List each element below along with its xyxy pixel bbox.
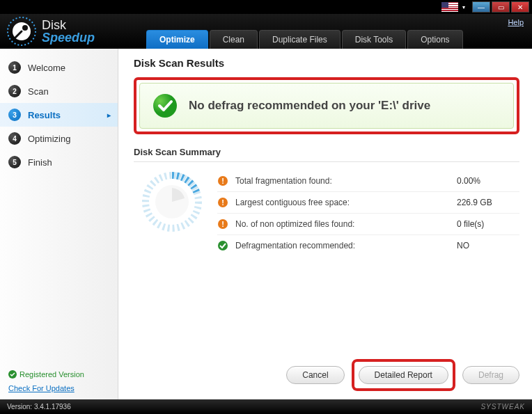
tab-optimize[interactable]: Optimize xyxy=(146,30,208,49)
step-number-icon: 3 xyxy=(8,109,21,121)
tab-clean[interactable]: Clean xyxy=(210,30,258,49)
titlebar: ▾ — ▭ ✕ xyxy=(0,0,532,14)
defrag-button[interactable]: Defrag xyxy=(462,366,519,384)
sidebar: 1 Welcome 2 Scan 3 Results 4 Optimizing … xyxy=(0,49,118,399)
tab-duplicate-files[interactable]: Duplicate Files xyxy=(259,30,341,49)
logo-text-line1: Disk xyxy=(42,19,95,31)
sidebar-step-optimizing[interactable]: 4 Optimizing xyxy=(0,127,118,150)
warning-icon: ! xyxy=(217,218,228,230)
step-number-icon: 5 xyxy=(8,156,21,168)
result-banner: No defrag recommended on your 'E:\' driv… xyxy=(139,83,514,129)
svg-text:!: ! xyxy=(221,198,224,207)
summary-row: Defragmentation recommended: NO xyxy=(217,235,519,256)
gauge-logo-icon xyxy=(7,17,36,46)
step-label: Optimizing xyxy=(28,134,70,144)
step-number-icon: 4 xyxy=(8,132,21,145)
page-title: Disk Scan Results xyxy=(134,57,519,69)
result-banner-highlight: No defrag recommended on your 'E:\' driv… xyxy=(134,77,519,134)
summary-label: Total fragmentation found: xyxy=(235,176,450,186)
logo-text-line2: Speedup xyxy=(42,31,95,44)
warning-icon: ! xyxy=(217,175,228,186)
check-icon xyxy=(8,370,17,379)
success-check-icon xyxy=(152,93,178,118)
close-button[interactable]: ✕ xyxy=(511,1,529,13)
sidebar-step-finish[interactable]: 5 Finish xyxy=(0,150,118,174)
step-number-icon: 1 xyxy=(8,61,21,74)
step-label: Results xyxy=(28,110,61,120)
statusbar: Version: 3.4.1.17936 SYSTWEAK xyxy=(0,399,532,414)
summary-section: Disk Scan Summary ! Total fragmentation … xyxy=(134,147,519,256)
svg-text:!: ! xyxy=(221,177,224,185)
sidebar-step-scan[interactable]: 2 Scan xyxy=(0,79,118,103)
tab-options[interactable]: Options xyxy=(407,30,462,49)
summary-row: ! Largest contiguous free space: 226.9 G… xyxy=(217,192,519,214)
registered-status: Registered Version xyxy=(8,370,109,379)
svg-point-13 xyxy=(218,241,228,250)
svg-point-4 xyxy=(153,94,177,118)
maximize-button[interactable]: ▭ xyxy=(492,1,510,13)
language-flag-icon[interactable] xyxy=(441,2,458,12)
help-link[interactable]: Help xyxy=(508,18,524,26)
sidebar-step-welcome[interactable]: 1 Welcome xyxy=(0,56,118,79)
summary-label: No. of non optimized files found: xyxy=(235,219,450,229)
main-tabs: Optimize Clean Duplicate Files Disk Tool… xyxy=(146,30,464,49)
summary-row: ! Total fragmentation found: 0.00% xyxy=(217,170,519,192)
detailed-report-button[interactable]: Detailed Report xyxy=(359,366,448,384)
svg-text:!: ! xyxy=(221,220,224,228)
summary-title: Disk Scan Summary xyxy=(134,147,519,162)
summary-label: Defragmentation recommended: xyxy=(235,241,450,250)
summary-label: Largest contiguous free space: xyxy=(235,198,450,207)
version-label: Version: 3.4.1.17936 xyxy=(7,403,71,411)
cancel-button[interactable]: Cancel xyxy=(286,366,344,384)
warning-icon: ! xyxy=(217,197,228,208)
check-updates-link[interactable]: Check For Updates xyxy=(8,384,109,392)
summary-row: ! No. of non optimized files found: 0 fi… xyxy=(217,214,519,235)
sidebar-step-results[interactable]: 3 Results xyxy=(0,103,118,127)
detailed-report-highlight: Detailed Report xyxy=(352,359,455,391)
summary-value: NO xyxy=(457,241,519,250)
disk-gauge-icon xyxy=(141,170,203,233)
app-logo: Disk Speedup xyxy=(7,17,95,46)
step-label: Welcome xyxy=(28,63,65,73)
main-content: Disk Scan Results No defrag recommended … xyxy=(118,49,532,399)
language-dropdown-arrow[interactable]: ▾ xyxy=(462,4,465,10)
step-label: Scan xyxy=(28,86,49,97)
header: Disk Speedup Help Optimize Clean Duplica… xyxy=(0,14,532,49)
result-message: No defrag recommended on your 'E:\' driv… xyxy=(189,99,430,113)
step-label: Finish xyxy=(28,157,52,168)
summary-value: 0 file(s) xyxy=(457,219,519,229)
step-number-icon: 2 xyxy=(8,85,21,97)
action-buttons: Cancel Detailed Report Defrag xyxy=(134,349,519,391)
tab-disk-tools[interactable]: Disk Tools xyxy=(342,30,406,49)
summary-value: 226.9 GB xyxy=(457,198,519,207)
summary-value: 0.00% xyxy=(457,176,519,186)
minimize-button[interactable]: — xyxy=(472,1,490,13)
svg-point-2 xyxy=(22,25,28,31)
brand-label: SYSTWEAK xyxy=(480,403,525,411)
check-icon xyxy=(217,240,228,251)
